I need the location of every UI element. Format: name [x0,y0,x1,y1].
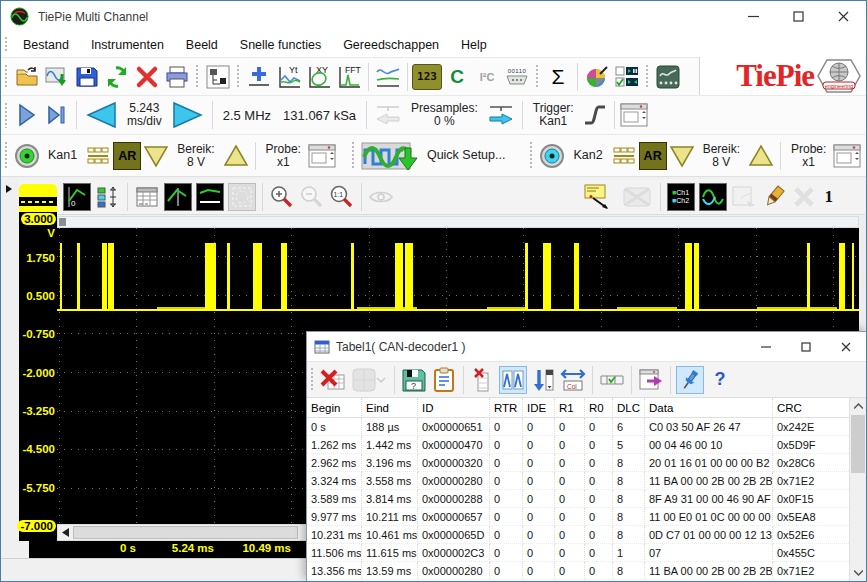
table-copy-button[interactable] [430,366,458,394]
column-header-ide[interactable]: IDE [523,398,555,418]
channel2-autorange-button[interactable]: AR [639,142,667,170]
digital-graph-button[interactable] [196,183,224,211]
channel2-bnc-icon[interactable] [537,141,567,171]
menu-item-bestand[interactable]: Bestand [12,35,80,55]
zoom-in-button[interactable] [269,184,295,210]
column-width-button[interactable]: Col [559,366,587,394]
column-header-crc[interactable]: CRC [773,398,851,418]
scope-settings-button[interactable] [619,100,649,130]
save-button[interactable] [72,62,102,92]
toolbar-grip[interactable] [236,64,241,90]
table-save-button[interactable]: ? [400,366,428,394]
scroll-down-button[interactable] [850,565,866,581]
line-graph-button[interactable] [373,62,403,92]
table-row[interactable]: 3.589 ms3.814 ms0x00000288000088F A9 31 … [307,490,849,508]
math-sum-button[interactable]: Σ [543,62,573,92]
zoom-reset-button[interactable]: 1:1 [329,184,355,210]
xy-graph-button[interactable]: XY [304,62,334,92]
scrollbar-thumb[interactable] [73,526,298,539]
toolbar-grip[interactable] [4,64,9,90]
one-shot-button[interactable] [42,100,72,130]
table-row[interactable]: 1.262 ms1.442 ms0x000004700000500 04 46 … [307,436,849,454]
plot-top-scrollbar[interactable] [57,216,859,228]
object-tree-button[interactable] [203,62,233,92]
sort-descending-button[interactable] [529,366,557,394]
channel-axis-tab[interactable] [19,184,57,212]
fft-graph-button[interactable]: FFT [334,62,364,92]
yt-graph-button[interactable]: Yt [274,62,304,92]
table-row[interactable]: 9.977 ms10.211 ms0x000006570000811 00 E0… [307,508,849,526]
table-row[interactable]: 10.231 ms10.461 ms0x0000065D000080D C7 0… [307,526,849,544]
channel2-coupling-icon[interactable] [609,141,639,171]
timebase-increase-button[interactable] [168,100,208,130]
column-header-r0[interactable]: R0 [585,398,613,418]
channel1-bnc-icon[interactable] [12,141,42,171]
sidebar-collapse-arrow[interactable] [6,185,12,193]
quick-setup-icon[interactable] [359,141,421,171]
table-row[interactable]: 0 s188 µs0x0000065100006C0 03 50 AF 26 4… [307,418,849,436]
meter-display-button[interactable]: 123 [412,62,442,92]
channel1-range-down-button[interactable] [141,141,171,171]
serial-decoder-button[interactable]: 00110 [502,62,532,92]
presamples-increase-button[interactable] [484,100,518,130]
scope-preview-button[interactable] [699,183,727,211]
channel2-range-down-button[interactable] [667,141,697,171]
column-header-id[interactable]: ID [418,398,490,418]
column-header-begin[interactable]: Begin [307,398,362,418]
table-row[interactable]: 13.356 ms13.59 ms0x000002800000811 BA 00… [307,562,849,580]
table-title-bar[interactable]: Tabel1( CAN-decoder1 ) [307,332,866,361]
table-view-button[interactable] [134,184,160,210]
channel-levels-button[interactable] [95,184,121,210]
autofit-columns-button[interactable] [499,366,527,394]
column-visibility-button[interactable] [598,366,626,394]
toolbar-grip[interactable] [195,64,200,90]
start-measurement-button[interactable] [12,100,42,130]
channel1-autorange-button[interactable]: AR [113,142,141,170]
quick-setup-label[interactable]: Quick Setup... [421,149,512,162]
toolbar-grip[interactable] [351,141,356,170]
import-signal-button[interactable] [42,62,72,92]
can-decoder-button[interactable]: C [442,62,472,92]
toolbar-grip[interactable] [645,64,650,90]
table-export-button[interactable] [637,366,665,394]
open-button[interactable] [12,62,42,92]
column-header-dlc[interactable]: DLC [613,398,645,418]
table-help-button[interactable]: ? [706,366,734,394]
refresh-button[interactable] [102,62,132,92]
toolbar-grip[interactable] [4,102,9,129]
scroll-up-button[interactable] [850,398,866,414]
analog-graph-button[interactable] [164,183,192,211]
menu-item-gereedschappen[interactable]: Gereedschappen [332,35,450,55]
minimize-button[interactable] [731,1,776,32]
column-header-data[interactable]: Data [645,398,773,418]
toolbar-grip[interactable] [310,367,315,392]
trigger-slope-button[interactable] [580,100,610,130]
timebase-decrease-button[interactable] [81,100,121,130]
delete-table-button[interactable] [319,366,347,394]
table-row[interactable]: 3.324 ms3.558 ms0x000002800000811 BA 00 … [307,472,849,490]
axis-zero-button[interactable]: 0 [63,183,91,211]
delete-button[interactable] [132,62,162,92]
channel1-settings-button[interactable] [307,141,337,171]
add-instrument-button[interactable] [244,62,274,92]
menu-item-beeld[interactable]: Beeld [175,35,229,55]
channel2-range-up-button[interactable] [746,141,776,171]
table-row[interactable]: 11.506 ms11.615 ms0x000002C300001070x455… [307,544,849,562]
table-row[interactable]: 2.962 ms3.196 ms0x000003200000820 01 16 … [307,454,849,472]
legend-button[interactable]: ■Ch1■Ch2 [667,183,695,211]
menu-item-help[interactable]: Help [450,35,498,55]
table-v-scrollbar[interactable] [849,398,866,581]
column-header-rtr[interactable]: RTR [490,398,523,418]
table-scroll-thumb[interactable] [851,415,865,473]
print-button[interactable] [162,62,192,92]
table-close-button[interactable] [826,332,866,361]
toolbar-grip[interactable] [535,64,540,90]
scroll-left-button[interactable] [58,525,73,540]
column-header-eind[interactable]: Eind [362,398,418,418]
channel1-range-up-button[interactable] [221,141,251,171]
data-collector-button[interactable] [653,62,683,92]
toolbar-grip[interactable] [529,141,534,170]
close-button[interactable] [821,1,866,32]
menu-item-snelle-functies[interactable]: Snelle functies [229,35,332,55]
toolbar-grip[interactable] [4,141,9,170]
